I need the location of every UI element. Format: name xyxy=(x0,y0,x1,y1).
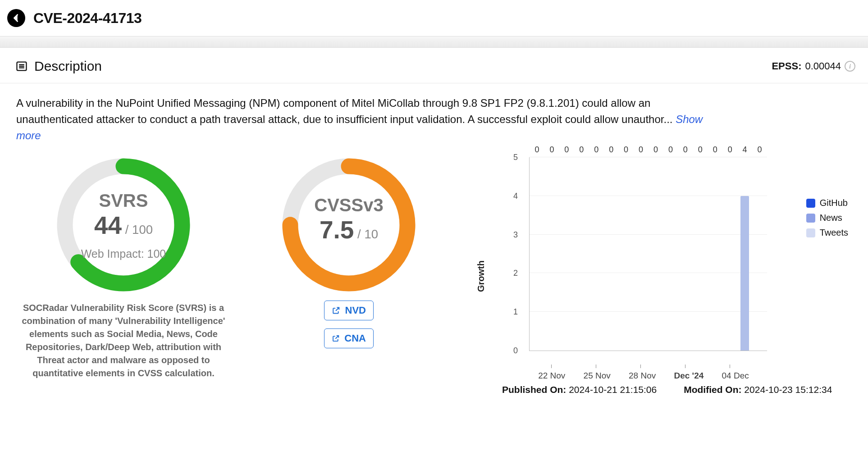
bar-slot[interactable]: 0 xyxy=(589,157,604,351)
bar-slot[interactable]: 0 xyxy=(574,157,589,351)
modified-label: Modified On: xyxy=(684,384,741,395)
bar-slot[interactable]: 0 xyxy=(722,157,737,351)
bar-value: 0 xyxy=(698,145,703,155)
bar-slot[interactable]: 4 xyxy=(737,157,752,351)
back-button[interactable] xyxy=(7,9,25,27)
legend-item[interactable]: News xyxy=(806,213,848,223)
section-header: Description EPSS: 0.00044 i xyxy=(0,48,868,83)
published-label: Published On: xyxy=(502,384,566,395)
bar-slot[interactable]: 0 xyxy=(663,157,678,351)
growth-chart: Growth 0123450000000000000040 22 Nov25 N… xyxy=(461,157,857,395)
bar-slot[interactable]: 0 xyxy=(530,157,544,351)
bar-value: 0 xyxy=(758,145,762,155)
cna-link[interactable]: CNA xyxy=(324,328,374,348)
page-header: CVE-2024-41713 xyxy=(0,0,868,36)
cvss-score: 7.5 xyxy=(320,216,354,244)
description-text: A vulnerability in the NuPoint Unified M… xyxy=(16,97,676,125)
bar-slot[interactable]: 0 xyxy=(619,157,634,351)
epss-value: 0.00044 xyxy=(805,60,841,72)
svrs-label: SVRS xyxy=(67,191,180,211)
legend-item[interactable]: Tweets xyxy=(806,228,848,238)
bar-value: 0 xyxy=(609,145,613,155)
modified-value: 2024-10-23 15:12:34 xyxy=(744,384,832,395)
divider xyxy=(0,36,868,48)
section-title: Description xyxy=(34,59,102,74)
bar-value: 0 xyxy=(549,145,554,155)
list-icon xyxy=(15,60,28,73)
nvd-link[interactable]: NVD xyxy=(324,301,374,320)
cvss-gauge: CVSSv3 7.5 / 10 NVD CNA xyxy=(254,157,443,348)
svrs-description: SOCRadar Vulnerability Risk Score (SVRS)… xyxy=(15,301,232,380)
svrs-max: / 100 xyxy=(122,223,153,236)
bar-value: 0 xyxy=(683,145,688,155)
svrs-sub: Web Impact: 100 xyxy=(67,247,180,260)
bar-slot[interactable]: 0 xyxy=(649,157,663,351)
bar-value: 0 xyxy=(535,145,539,155)
info-icon[interactable]: i xyxy=(845,61,855,72)
bar-slot[interactable]: 0 xyxy=(708,157,722,351)
chart-legend: GitHubNewsTweets xyxy=(806,198,848,242)
bar xyxy=(740,196,749,351)
epss-score: EPSS: 0.00044 i xyxy=(772,60,855,72)
bar-slot[interactable]: 0 xyxy=(559,157,574,351)
svrs-score: 44 xyxy=(94,211,122,240)
bar-slot[interactable]: 0 xyxy=(544,157,559,351)
bar-slot[interactable]: 0 xyxy=(634,157,649,351)
arrow-left-icon xyxy=(11,13,21,23)
legend-swatch xyxy=(806,228,815,237)
cvss-max: / 10 xyxy=(354,227,378,241)
bar-value: 0 xyxy=(713,145,717,155)
cve-id: CVE-2024-41713 xyxy=(33,10,142,27)
description-block: A vulnerability in the NuPoint Unified M… xyxy=(0,83,730,148)
bar-value: 0 xyxy=(668,145,673,155)
published-value: 2024-10-21 21:15:06 xyxy=(569,384,657,395)
bar-value: 0 xyxy=(639,145,643,155)
legend-item[interactable]: GitHub xyxy=(806,198,848,208)
legend-label: News xyxy=(820,213,842,223)
chart-y-label: Growth xyxy=(476,260,486,292)
bar-value: 0 xyxy=(624,145,628,155)
bar-slot[interactable]: 0 xyxy=(678,157,693,351)
legend-swatch xyxy=(806,214,815,223)
bar-value: 0 xyxy=(728,145,732,155)
legend-label: GitHub xyxy=(820,198,848,208)
bar-value: 0 xyxy=(653,145,658,155)
metrics-row: SVRS 44 / 100 Web Impact: 100 SOCRadar V… xyxy=(0,148,868,395)
bar-slot[interactable]: 0 xyxy=(752,157,767,351)
svrs-gauge: SVRS 44 / 100 Web Impact: 100 SOCRadar V… xyxy=(11,157,236,380)
external-link-icon xyxy=(332,334,340,343)
external-link-icon xyxy=(332,306,341,315)
bar-value: 0 xyxy=(579,145,584,155)
bar-slot[interactable]: 0 xyxy=(693,157,708,351)
bar-value: 4 xyxy=(743,145,747,155)
legend-swatch xyxy=(806,199,815,208)
bar-value: 0 xyxy=(594,145,598,155)
cvss-label: CVSSv3 xyxy=(292,196,405,216)
legend-label: Tweets xyxy=(820,228,848,238)
bar-slot[interactable]: 0 xyxy=(604,157,619,351)
epss-label: EPSS: xyxy=(772,60,801,72)
bar-value: 0 xyxy=(564,145,569,155)
